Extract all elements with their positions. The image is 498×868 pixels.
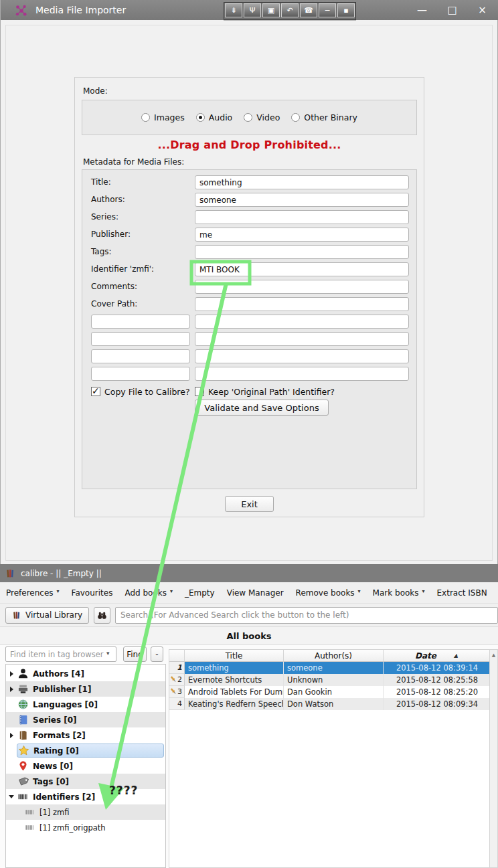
- expander-collapsed-icon[interactable]: [6, 671, 17, 677]
- book-row-2[interactable]: 2 Evernote Shortcuts Unknown 2015-08-12 …: [169, 674, 489, 686]
- search-input[interactable]: [115, 607, 498, 624]
- tag-browser-item-rating[interactable]: Rating [0]: [6, 743, 165, 758]
- toolbar-dot-icon[interactable]: ▪: [337, 3, 355, 17]
- column-header-date[interactable]: Date▲: [384, 650, 489, 662]
- row-number-cell[interactable]: 2: [169, 674, 185, 686]
- extra-field-left-1[interactable]: [91, 315, 190, 329]
- tag-browser-item-authors[interactable]: Authors [4]: [6, 666, 165, 681]
- extra-field-right-3[interactable]: [195, 349, 409, 363]
- collapse-icon[interactable]: ⇟: [225, 3, 242, 17]
- radio-circle-images[interactable]: [141, 113, 150, 122]
- expander-expanded-icon[interactable]: [6, 795, 17, 798]
- tag-label: [1] zmfi_origpath: [39, 823, 106, 833]
- tag-browser-item-publisher[interactable]: Publisher [1]: [6, 681, 165, 697]
- radio-circle-video[interactable]: [244, 113, 252, 122]
- extra-field-left-2[interactable]: [91, 332, 190, 346]
- book-row-3[interactable]: 3 Android Tablets For Dummies Dan Gookin…: [169, 686, 489, 698]
- tag-browser-item-tags[interactable]: Tags [0]: [6, 774, 165, 789]
- validate-and-save-button[interactable]: Validate and Save Options: [195, 400, 329, 416]
- chevron-down-icon[interactable]: ▾: [106, 650, 110, 657]
- cover-path-field[interactable]: [195, 297, 409, 311]
- title-cell[interactable]: Keating's Redfern Speech: [185, 698, 284, 710]
- tag-browser-item-languages[interactable]: Languages [0]: [6, 697, 165, 712]
- date-cell[interactable]: 2015-08-12 08:25:20: [384, 686, 491, 698]
- extra-field-left-4[interactable]: [91, 367, 190, 381]
- date-cell[interactable]: 2015-08-12 08:09:34: [384, 698, 491, 710]
- extra-field-left-3[interactable]: [91, 349, 190, 363]
- maximize-button[interactable]: □: [437, 0, 467, 20]
- title-cell[interactable]: Evernote Shortcuts: [185, 674, 284, 686]
- expander-collapsed-icon[interactable]: [6, 687, 17, 692]
- copy-file-checkbox[interactable]: ✓ Copy File to Calibre?: [91, 385, 190, 398]
- book-table-scrollbar[interactable]: ▲: [490, 649, 498, 868]
- tag-browser-item-formats[interactable]: Formats [2]: [6, 727, 165, 743]
- menu-item-remove-books[interactable]: Remove books▾: [290, 588, 367, 598]
- menu-item-mark-books[interactable]: Mark books▾: [367, 588, 431, 598]
- menu-item-generate-cover[interactable]: Generate Cover: [493, 588, 498, 598]
- authors-cell[interactable]: Don Watson: [284, 698, 384, 710]
- minimize-button[interactable]: —: [407, 0, 437, 20]
- title-cell[interactable]: something: [185, 662, 284, 674]
- title-field[interactable]: [195, 175, 409, 189]
- tag-browser-item-series[interactable]: Series [0]: [6, 712, 165, 727]
- library-books-icon: [12, 610, 21, 620]
- book-list-table: Title Author(s) Date▲ 1 something someon…: [169, 649, 490, 868]
- authors-field[interactable]: [195, 193, 409, 207]
- date-cell[interactable]: 2015-08-12 08:39:14: [384, 662, 491, 674]
- radio-audio[interactable]: Audio: [196, 112, 233, 122]
- date-cell[interactable]: 2015-08-12 08:25:58: [384, 674, 491, 686]
- row-number-cell[interactable]: 3: [169, 686, 185, 698]
- phone-icon[interactable]: ☎: [300, 3, 317, 17]
- toolbar-minimize-icon[interactable]: −: [319, 3, 336, 17]
- wrench-icon[interactable]: Ψ: [244, 3, 261, 17]
- column-header-title[interactable]: Title: [185, 650, 284, 662]
- menu-item-preferences[interactable]: Preferences▾: [0, 588, 66, 598]
- checkbox-checked-icon[interactable]: ✓: [91, 387, 100, 396]
- window-restore-icon[interactable]: ▣: [262, 3, 280, 17]
- radio-circle-audio[interactable]: [196, 113, 205, 122]
- authors-cell[interactable]: Dan Gookin: [284, 686, 384, 698]
- keep-original-path-checkbox[interactable]: Keep 'Original Path' Identifier?: [195, 385, 335, 398]
- extra-field-right-1[interactable]: [195, 315, 409, 329]
- tags-field[interactable]: [195, 245, 409, 259]
- checkbox-unchecked-icon[interactable]: [195, 387, 204, 396]
- row-number-cell[interactable]: 1: [169, 662, 185, 674]
- collapse-all-button[interactable]: -: [151, 646, 163, 662]
- scroll-up-icon[interactable]: ▲: [492, 653, 495, 658]
- radio-images[interactable]: Images: [141, 112, 185, 122]
- extra-field-right-4[interactable]: [195, 367, 409, 381]
- tag-browser-item-zmfi[interactable]: [1] zmfi: [6, 804, 165, 820]
- virtual-library-button[interactable]: Virtual Library: [5, 607, 89, 624]
- close-button[interactable]: ×: [467, 0, 497, 20]
- find-button[interactable]: Find: [123, 646, 147, 662]
- tag-browser-item-news[interactable]: News [0]: [6, 758, 165, 774]
- publisher-field[interactable]: [195, 228, 409, 242]
- tag-browser-item-zmfi-origpath[interactable]: [1] zmfi_origpath: [6, 820, 165, 835]
- row-number-cell[interactable]: 4: [169, 698, 185, 710]
- menu-item-empty[interactable]: _Empty: [179, 588, 221, 598]
- radio-circle-other-binary[interactable]: [291, 113, 300, 122]
- column-header-authors[interactable]: Author(s): [284, 650, 384, 662]
- authors-cell[interactable]: someone: [284, 662, 384, 674]
- series-field[interactable]: [195, 210, 409, 224]
- comments-field[interactable]: [195, 280, 409, 294]
- undo-icon[interactable]: ↶: [281, 3, 299, 17]
- menu-item-view-manager[interactable]: View Manager: [221, 588, 290, 598]
- book-row-4[interactable]: 4 Keating's Redfern Speech Don Watson 20…: [169, 698, 489, 710]
- advanced-search-button[interactable]: [94, 607, 110, 624]
- tag-browser-find-input[interactable]: [5, 646, 116, 662]
- authors-cell[interactable]: Unknown: [284, 674, 384, 686]
- menu-item-extract-isbn[interactable]: Extract ISBN: [431, 588, 493, 598]
- tag-browser-item-identifiers[interactable]: Identifiers [2]: [6, 789, 165, 804]
- menu-item-favourites[interactable]: Favourites: [66, 588, 119, 598]
- expander-collapsed-icon[interactable]: [6, 733, 17, 738]
- sort-ascending-icon: ▲: [454, 653, 458, 659]
- extra-field-right-2[interactable]: [195, 332, 409, 346]
- exit-button[interactable]: Exit: [225, 496, 274, 512]
- radio-other-binary[interactable]: Other Binary: [291, 112, 357, 122]
- identifier-zmfi-field[interactable]: [195, 262, 409, 276]
- title-cell[interactable]: Android Tablets For Dummies: [185, 686, 284, 698]
- radio-video[interactable]: Video: [244, 112, 280, 122]
- menu-item-add-books[interactable]: Add books▾: [118, 588, 179, 598]
- book-row-1[interactable]: 1 something someone 2015-08-12 08:39:14: [169, 662, 489, 674]
